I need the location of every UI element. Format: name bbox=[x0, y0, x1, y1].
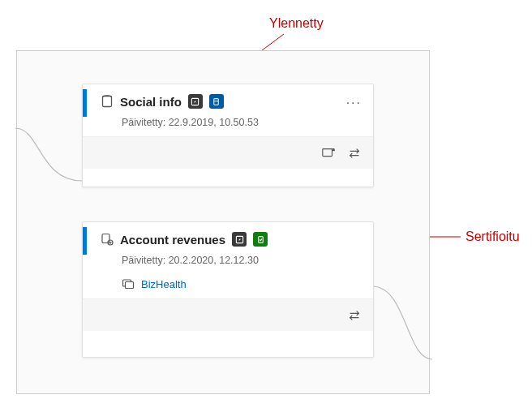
svg-rect-2 bbox=[103, 97, 112, 107]
card-header: Social info ··· bbox=[83, 84, 373, 112]
card-footer bbox=[83, 298, 373, 331]
card-updated-label: Päivitetty: 22.9.2019, 10.50.53 bbox=[83, 112, 373, 136]
sensitivity-badge-icon bbox=[232, 232, 247, 247]
svg-rect-9 bbox=[126, 282, 134, 289]
callout-label-promoted: Ylennetty bbox=[269, 16, 324, 31]
card-workspace-row: BizHealth bbox=[83, 274, 373, 298]
card-updated-label: Päivitetty: 20.2.2020, 12.12.30 bbox=[83, 250, 373, 274]
workspace-link[interactable]: BizHealth bbox=[141, 278, 187, 290]
certified-badge-icon bbox=[253, 232, 268, 247]
lineage-card-dataflow-account-revenues[interactable]: Account revenues Päivitetty: 20.2.2020, … bbox=[82, 221, 374, 358]
sensitivity-badge-icon bbox=[188, 94, 203, 109]
svg-rect-4 bbox=[323, 148, 332, 156]
swap-lineage-icon[interactable] bbox=[347, 146, 362, 161]
more-options-button[interactable]: ··· bbox=[346, 96, 362, 110]
lineage-edge-left bbox=[15, 84, 88, 189]
card-footer bbox=[83, 136, 373, 169]
promoted-badge-icon bbox=[209, 94, 224, 109]
dataflow-icon bbox=[101, 233, 114, 246]
explore-related-icon[interactable] bbox=[321, 146, 336, 161]
lineage-card-dataset-social-info[interactable]: Social info ··· Päivitetty: 22.9.2019, 1… bbox=[82, 84, 374, 187]
card-header: Account revenues bbox=[83, 222, 373, 250]
lineage-canvas: Social info ··· Päivitetty: 22.9.2019, 1… bbox=[16, 50, 430, 394]
card-title: Social info bbox=[120, 95, 182, 109]
card-title: Account revenues bbox=[120, 233, 225, 247]
dataset-icon bbox=[101, 95, 114, 108]
callout-label-certified: Sertifioitu bbox=[466, 230, 520, 244]
swap-lineage-icon[interactable] bbox=[347, 308, 362, 323]
workspace-icon bbox=[122, 277, 135, 290]
